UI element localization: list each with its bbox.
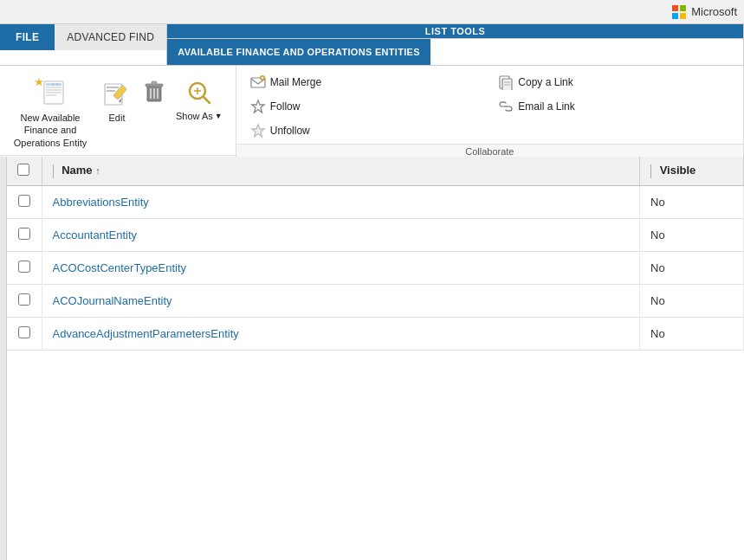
follow-icon xyxy=(250,99,266,114)
left-sidebar xyxy=(0,157,7,560)
copy-link-button[interactable]: Copy a Link xyxy=(493,71,734,93)
entities-table: Name ↑ Visible AbbreviationsEntityNoAcco… xyxy=(7,157,744,351)
ribbon-area: FILE ADVANCED FIND LIST TOOLS AVAILABLE … xyxy=(0,24,744,157)
svg-rect-6 xyxy=(46,94,56,96)
new-entity-svg xyxy=(34,76,67,109)
row-checkbox-cell xyxy=(7,186,42,219)
svg-marker-32 xyxy=(252,100,264,113)
svg-rect-10 xyxy=(107,87,119,88)
email-link-label: Email a Link xyxy=(518,100,574,113)
tab-available-entities[interactable]: AVAILABLE FINANCE AND OPERATIONS ENTITIE… xyxy=(167,39,430,65)
row-checkbox-cell xyxy=(7,219,42,252)
show-as-button[interactable]: Show As ▼ xyxy=(170,74,229,126)
microsoft-logo: Microsoft xyxy=(672,5,737,19)
collaborate-group-content: Mail Merge Copy a Link xyxy=(236,66,743,144)
svg-rect-3 xyxy=(46,87,61,88)
checkbox-header-cell xyxy=(7,157,42,186)
table-row: AbbreviationsEntityNo xyxy=(7,186,744,219)
records-group: New Available Finance and Operations Ent… xyxy=(0,66,236,155)
tab-row: FILE ADVANCED FIND LIST TOOLS AVAILABLE … xyxy=(0,24,744,66)
entity-name-cell[interactable]: AccountantEntity xyxy=(42,219,640,252)
svg-marker-34 xyxy=(252,125,264,137)
mail-merge-svg xyxy=(250,74,266,90)
name-sort-arrow: ↑ xyxy=(95,165,100,176)
table-row: ACOJournalNameEntityNo xyxy=(7,285,744,318)
visible-col-sep xyxy=(650,164,651,178)
follow-svg xyxy=(250,99,266,114)
page-wrapper: Microsoft FILE ADVANCED FIND LIST TOOLS … xyxy=(0,0,744,560)
delete-area xyxy=(140,71,168,109)
name-col-label: Name xyxy=(61,164,92,177)
ribbon-body: New Available Finance and Operations Ent… xyxy=(0,66,744,157)
follow-button[interactable]: Follow xyxy=(245,95,487,118)
table-row: AccountantEntityNo xyxy=(7,219,744,252)
delete-icon xyxy=(145,80,164,103)
copy-link-svg xyxy=(498,74,514,90)
svg-marker-0 xyxy=(35,78,43,86)
svg-rect-5 xyxy=(46,92,61,93)
mail-merge-label: Mail Merge xyxy=(270,76,321,88)
list-tools-header: LIST TOOLS xyxy=(167,24,743,39)
records-group-content: New Available Finance and Operations Ent… xyxy=(0,66,236,155)
email-link-svg xyxy=(498,99,514,114)
entity-name-cell[interactable]: AdvanceAdjustmentParametersEntity xyxy=(42,318,640,351)
table-body: AbbreviationsEntityNoAccountantEntityNoA… xyxy=(7,186,744,351)
row-checkbox[interactable] xyxy=(18,228,30,240)
tab-file[interactable]: FILE xyxy=(0,24,55,50)
ms-sq-red xyxy=(672,5,678,11)
entity-name-cell[interactable]: AbbreviationsEntity xyxy=(42,186,640,219)
row-checkbox-cell xyxy=(7,252,42,285)
row-checkbox[interactable] xyxy=(18,326,30,338)
mail-merge-icon xyxy=(250,74,266,90)
edit-svg xyxy=(101,77,133,108)
show-as-icon xyxy=(185,79,213,109)
microsoft-label: Microsoft xyxy=(691,5,737,18)
unfollow-label: Unfollow xyxy=(270,125,310,137)
copy-link-label: Copy a Link xyxy=(518,76,573,88)
table-row: ACOCostCenterTypeEntityNo xyxy=(7,252,744,285)
new-entity-icon xyxy=(33,75,68,110)
email-link-button[interactable]: Email a Link xyxy=(493,95,734,118)
show-as-svg xyxy=(185,79,213,106)
table-row: AdvanceAdjustmentParametersEntityNo xyxy=(7,318,744,351)
visible-cell: No xyxy=(640,285,744,318)
unfollow-icon xyxy=(250,123,266,138)
email-link-icon xyxy=(498,99,514,114)
collaborate-group: Mail Merge Copy a Link xyxy=(236,66,744,155)
show-as-chevron: ▼ xyxy=(215,112,223,120)
row-checkbox[interactable] xyxy=(18,261,30,273)
svg-rect-11 xyxy=(107,90,115,92)
unfollow-svg xyxy=(250,123,266,138)
svg-rect-2 xyxy=(46,83,61,86)
edit-button[interactable]: Edit xyxy=(95,71,139,128)
row-checkbox[interactable] xyxy=(18,195,30,207)
table-area: Name ↑ Visible AbbreviationsEntityNoAcco… xyxy=(7,157,744,560)
unfollow-button[interactable]: Unfollow xyxy=(245,119,487,142)
ms-sq-blue xyxy=(672,13,678,19)
svg-rect-4 xyxy=(46,89,61,91)
select-all-checkbox[interactable] xyxy=(17,164,29,176)
ms-logo-squares xyxy=(672,5,686,19)
ms-sq-green xyxy=(680,5,686,11)
new-entity-button[interactable]: New Available Finance and Operations Ent… xyxy=(7,71,94,153)
entity-name-cell[interactable]: ACOCostCenterTypeEntity xyxy=(42,252,640,285)
row-checkbox-cell xyxy=(7,318,42,351)
entity-name-cell[interactable]: ACOJournalNameEntity xyxy=(42,285,640,318)
name-column-header: Name ↑ xyxy=(42,157,640,186)
row-checkbox[interactable] xyxy=(18,293,30,306)
follow-label: Follow xyxy=(270,100,301,113)
table-header: Name ↑ Visible xyxy=(7,157,744,186)
new-entity-label: New Available Finance and Operations Ent… xyxy=(11,112,89,149)
svg-rect-16 xyxy=(152,81,157,85)
row-checkbox-cell xyxy=(7,285,42,318)
svg-line-21 xyxy=(204,97,210,103)
copy-link-icon xyxy=(498,74,514,90)
mail-merge-button[interactable]: Mail Merge xyxy=(245,71,487,93)
name-col-sep xyxy=(53,164,54,178)
tab-advanced-find[interactable]: ADVANCED FIND xyxy=(55,24,166,50)
delete-button[interactable] xyxy=(140,74,168,109)
context-tab-row: AVAILABLE FINANCE AND OPERATIONS ENTITIE… xyxy=(167,39,743,65)
visible-cell: No xyxy=(640,318,744,351)
show-as-label: Show As ▼ xyxy=(176,111,223,121)
visible-cell: No xyxy=(640,219,744,252)
